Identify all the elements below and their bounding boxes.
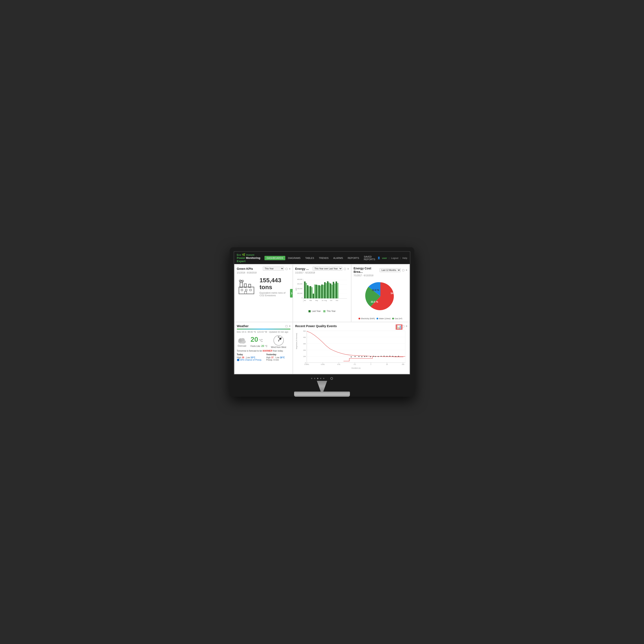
svg-text:May: May (315, 300, 318, 301)
svg-point-110 (392, 356, 393, 357)
weather-controls: ▢ ≡ (285, 325, 290, 328)
green-kpi-date: 1/1/2018 - 6/18/2018 (237, 272, 290, 274)
svg-text:Dec: Dec (336, 300, 339, 301)
svg-text:33.5 %: 33.5 % (371, 301, 378, 303)
monitoring-text: Monitoring (246, 256, 260, 260)
weather-forecast-row: Today High 38 Low 15°C 🔵 30% Chance of P… (237, 353, 290, 361)
svg-text:400: 400 (303, 336, 306, 338)
svg-rect-28 (318, 285, 320, 299)
svg-text:Jul: Jul (322, 300, 324, 301)
wind-label: Wind from West (271, 346, 286, 348)
svg-point-103 (373, 356, 374, 357)
green-kpi-period-select[interactable]: This Year Last Year Last 12 Months (263, 267, 284, 271)
help-link[interactable]: Help (402, 257, 407, 259)
username: user (382, 257, 387, 259)
svg-text:Aug: Aug (324, 300, 327, 301)
svg-text:N: N (278, 336, 279, 338)
indicator-dot-4 (320, 378, 321, 379)
cloud-icon (237, 336, 247, 344)
svg-text:0.0001: 0.0001 (304, 363, 309, 365)
energy-expand-icon[interactable]: ▢ (344, 267, 346, 270)
last-year-dot (308, 310, 311, 312)
truxure-text: truxure (246, 254, 254, 256)
nav-tables[interactable]: TABLES (303, 256, 316, 260)
svg-point-97 (355, 356, 356, 357)
svg-rect-45 (334, 283, 336, 298)
feels-like-temp: 20 (261, 345, 264, 348)
forecast-text: Tomorrow is forecast to be WARMER than t… (237, 350, 290, 352)
svg-text:1: 1 (371, 363, 371, 365)
pq-menu-icon[interactable]: ≡ (406, 325, 407, 328)
yesterday-high: 37 (271, 356, 273, 359)
electricity-legend: Electricity (kWh) (358, 317, 375, 320)
svg-rect-29 (321, 284, 323, 298)
svg-point-101 (366, 356, 367, 357)
svg-rect-9 (250, 289, 251, 291)
sidebar-toggle-btn[interactable]: ❯ (290, 289, 293, 298)
electricity-dot (358, 318, 360, 319)
logout-link[interactable]: Logout (391, 257, 398, 259)
yesterday-col: Yesterday High 37 Low 16°C Precip. 0 mm (266, 353, 285, 361)
svg-text:100: 100 (402, 363, 404, 365)
nav-dashboards[interactable]: DASHBOARDS (264, 256, 285, 260)
svg-rect-27 (316, 285, 317, 298)
svg-text:300,000: 300,000 (297, 283, 302, 285)
energy-period-select[interactable]: This Year over Last Year This Year Last … (313, 267, 342, 271)
svg-text:0.001: 0.001 (321, 363, 325, 365)
weather-menu-icon[interactable]: ≡ (289, 325, 290, 328)
eco-prefix: Eco (237, 254, 241, 256)
energy-cost-period-select[interactable]: Last 12 Months This Year (380, 268, 401, 272)
wind-col: N 7 Wind from West (271, 335, 286, 348)
factory-icon (237, 277, 256, 296)
svg-rect-8 (245, 289, 247, 291)
svg-rect-40 (320, 286, 321, 298)
weather-widget: Weather ▢ ≡ Elev 19 m 48.65 °N 123.43 °W… (235, 322, 293, 374)
svg-text:100: 100 (303, 355, 306, 357)
nav-trends[interactable]: TRENDS (317, 256, 331, 260)
eco-leaf-icon: 🌿 (242, 253, 245, 256)
indicator-dot-2 (314, 378, 315, 379)
monitor-stand-neck (309, 381, 335, 392)
water-dot (377, 318, 378, 319)
nav-saved-reports[interactable]: SAVED REPORTS (362, 255, 377, 261)
svg-rect-38 (314, 284, 316, 298)
energy-cost-pie: 54.5 % 33.5 % 12.0 % Electricity (kWh) (354, 278, 407, 320)
svg-text:10: 10 (386, 363, 388, 365)
weather-title: Weather (237, 324, 249, 328)
weather-location: Elev 19 m 48.65 °N 123.43 °W Updated 32 … (237, 331, 290, 333)
svg-point-105 (378, 356, 379, 357)
energy-cost-expand-icon[interactable]: ▢ (402, 269, 404, 272)
weather-header: Weather ▢ ≡ (237, 324, 290, 328)
energy-widget: Energy ... This Year over Last Year This… (293, 264, 351, 322)
svg-text:0.1: 0.1 (354, 363, 356, 365)
energy-cost-menu-icon[interactable]: ≡ (406, 269, 407, 272)
kpi-label: Equivalent metric tons of CO2 Emissions (260, 292, 290, 297)
wind-compass-icon: N 7 (273, 335, 284, 346)
svg-rect-41 (323, 285, 324, 298)
green-kpi-title: Green KPIs (237, 267, 253, 270)
svg-rect-33 (333, 282, 334, 299)
energy-cost-title: Energy Cost Brea... (354, 267, 380, 273)
energy-chart: 400,000 300,000 200,000 100,000 0 kWh (295, 275, 349, 310)
svg-rect-10 (245, 291, 247, 294)
this-year-legend: This Year (323, 310, 336, 312)
energy-menu-icon[interactable]: ≡ (347, 267, 349, 270)
today-low: 15°C (251, 356, 255, 359)
nav-alarms[interactable]: ALARMS (331, 256, 345, 260)
power-text: Power (237, 256, 245, 260)
svg-text:200,000: 200,000 (297, 288, 302, 289)
svg-text:0.01: 0.01 (337, 363, 340, 365)
menu-icon[interactable]: ≡ (289, 267, 290, 270)
green-kpi-header: Green KPIs This Year Last Year Last 12 M… (237, 267, 290, 271)
svg-rect-26 (313, 294, 314, 299)
weather-expand-icon[interactable]: ▢ (285, 325, 288, 328)
gas-dot (392, 318, 394, 319)
nav-diagrams[interactable]: DIAGRAMS (286, 256, 303, 260)
energy-chart-legend: Last Year This Year (295, 310, 349, 312)
nav-reports[interactable]: REPORTS (346, 256, 361, 260)
kpi-value: 155,443 tons (260, 277, 290, 291)
today-high: 38 (242, 356, 244, 359)
power-icon[interactable] (330, 377, 333, 380)
expand-icon[interactable]: ▢ (285, 267, 288, 270)
svg-text:Duration (s): Duration (s) (351, 367, 361, 369)
